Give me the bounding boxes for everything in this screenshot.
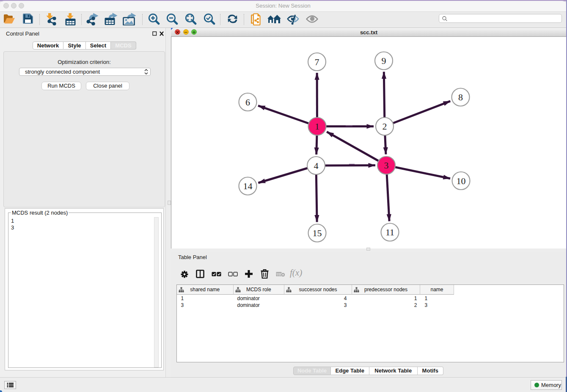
svg-text:3: 3 (384, 160, 389, 171)
svg-text:7: 7 (315, 57, 319, 67)
svg-text:11: 11 (385, 227, 394, 237)
svg-text:1: 1 (315, 121, 319, 132)
svg-text:14: 14 (243, 181, 253, 191)
svg-text:2: 2 (383, 121, 387, 132)
svg-text:15: 15 (313, 228, 322, 238)
svg-text:8: 8 (458, 92, 463, 102)
svg-text:6: 6 (245, 97, 250, 108)
svg-text:10: 10 (457, 176, 466, 186)
svg-text:4: 4 (314, 160, 319, 171)
svg-text:9: 9 (382, 55, 386, 66)
